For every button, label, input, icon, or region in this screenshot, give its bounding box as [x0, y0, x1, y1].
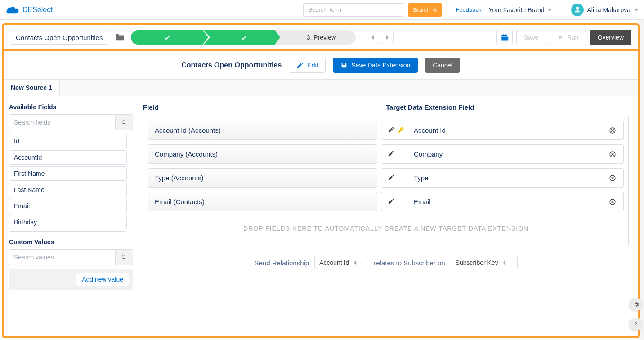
save-icon [340, 62, 348, 69]
search-icon [121, 254, 127, 260]
settings-fab[interactable] [629, 298, 642, 311]
wizard-prev-button[interactable] [367, 31, 379, 44]
field-item[interactable]: Last Name [9, 183, 127, 197]
available-fields-label: Available Fields [9, 103, 133, 111]
search-icon [121, 119, 127, 125]
wizard: 3. Preview [131, 30, 356, 45]
rel-label-left: Send Relationship [254, 259, 309, 267]
relationship-row: Send Relationship Account Id ▲▼ relates … [143, 256, 629, 269]
wizard-step-1[interactable] [131, 30, 203, 45]
selection-name[interactable]: Contacts Open Opportunities [10, 31, 108, 45]
gear-icon [632, 301, 639, 308]
target-field-name: Email [414, 198, 602, 206]
field-item[interactable]: AccountId [9, 150, 127, 165]
title-row: Contacts Open Opportunities Edit Save Da… [4, 51, 638, 80]
chevron-left-icon [371, 35, 375, 40]
edit-icon[interactable] [388, 150, 394, 158]
sidebar: Available Fields IdAccountIdFirst NameLa… [4, 96, 139, 336]
app-frame: Contacts Open Opportunities 3. Preview [2, 23, 640, 338]
edit-button[interactable]: Edit [289, 58, 326, 73]
calendar-icon [501, 33, 509, 41]
mapping-row: Type (Accounts)Type [148, 168, 624, 188]
fields-search-button[interactable] [115, 114, 133, 130]
wizard-step-3[interactable]: 3. Preview [275, 30, 356, 45]
mapping-box[interactable]: Account Id (Accounts)Account IdCompany (… [143, 116, 629, 246]
mapping-row: Account Id (Accounts)Account Id [148, 121, 624, 140]
floating-buttons: ? [629, 298, 642, 331]
cancel-button[interactable]: Cancel [425, 58, 460, 73]
edit-icon [296, 62, 304, 69]
schedule-button[interactable] [496, 30, 513, 45]
check-icon [163, 33, 171, 41]
rel-label-mid: relates to Subscriber on [374, 259, 445, 267]
edit-icon[interactable] [388, 174, 394, 182]
mapping-source[interactable]: Type (Accounts) [148, 168, 377, 188]
rel-select-field[interactable]: Account Id ▲▼ [314, 256, 368, 269]
field-item[interactable]: Birthday [9, 215, 127, 229]
search-icon [432, 7, 438, 13]
brand-selector[interactable]: Your Favorite Brand [489, 6, 559, 13]
mapping-target: Type [381, 168, 624, 188]
page-title: Contacts Open Opportunities [181, 61, 282, 69]
sort-icon: ▲▼ [503, 260, 506, 265]
salesforce-cloud-icon [6, 5, 19, 14]
user-menu[interactable]: Alina Makarova [571, 4, 639, 16]
fields-search-input[interactable] [9, 114, 115, 130]
custom-values-box: Add new value [9, 269, 133, 290]
wizard-nav [367, 31, 394, 44]
field-item[interactable]: Id [9, 134, 127, 148]
sort-icon: ▲▼ [353, 260, 357, 265]
mapping-row: Company (Accounts)Company [148, 144, 624, 164]
chevron-down-icon [634, 8, 639, 12]
col-target-label: Target Data Extension Field [386, 103, 629, 111]
tab-new-source-1[interactable]: New Source 1 [4, 80, 60, 96]
target-field-name: Account Id [414, 126, 602, 134]
values-search-input[interactable] [9, 249, 115, 265]
field-item[interactable]: Title [9, 231, 127, 232]
feedback-link[interactable]: Feedback [456, 6, 481, 13]
mapping-target: Email [381, 192, 624, 211]
save-button: Save [516, 30, 546, 45]
drop-hint: DROP FIELDS HERE TO AUTOMATICALLY CREATE… [148, 225, 624, 232]
remove-button[interactable] [608, 198, 617, 206]
remove-button[interactable] [608, 127, 617, 134]
wizard-next-button[interactable] [381, 31, 394, 44]
remove-button[interactable] [608, 151, 617, 158]
save-de-button[interactable]: Save Data Extension [333, 58, 418, 73]
mapping-row: Email (Contacts)Email [148, 192, 624, 211]
main-area: Field Target Data Extension Field Accoun… [139, 96, 638, 336]
add-value-button[interactable]: Add new value [76, 273, 129, 286]
help-fab[interactable]: ? [629, 318, 642, 331]
target-field-name: Type [414, 174, 602, 182]
search-button[interactable]: Search [408, 3, 442, 17]
mapping-source[interactable]: Email (Contacts) [148, 192, 377, 211]
mapping-source[interactable]: Account Id (Accounts) [148, 121, 377, 140]
brand-title: DESelect [22, 6, 53, 14]
search-input[interactable] [303, 3, 404, 17]
svg-text:?: ? [634, 322, 637, 327]
field-list[interactable]: IdAccountIdFirst NameLast NameEmailBirth… [9, 134, 133, 232]
check-icon [240, 33, 248, 41]
col-field-label: Field [143, 103, 386, 111]
user-icon [574, 6, 581, 13]
rel-select-subscriber[interactable]: Subscriber Key ▲▼ [451, 256, 518, 269]
folder-icon[interactable] [115, 33, 125, 41]
mapping-target: Account Id [381, 121, 624, 140]
overview-button[interactable]: Overview [590, 30, 631, 45]
remove-button[interactable] [608, 174, 617, 182]
field-item[interactable]: Email [9, 199, 127, 213]
frame-toolbar: Contacts Open Opportunities 3. Preview [4, 25, 638, 51]
wizard-step-2[interactable] [203, 30, 275, 45]
user-name: Alina Makarova [587, 6, 631, 13]
play-icon [557, 34, 564, 40]
edit-icon[interactable] [388, 198, 394, 206]
field-item[interactable]: First Name [9, 166, 127, 181]
mapping-source[interactable]: Company (Accounts) [148, 144, 377, 164]
values-search-button[interactable] [115, 249, 133, 265]
custom-values-label: Custom Values [9, 238, 133, 246]
source-tabs: New Source 1 [4, 80, 638, 96]
edit-icon[interactable] [388, 126, 394, 134]
chevron-right-icon [385, 35, 389, 40]
column-headers: Field Target Data Extension Field [143, 103, 629, 111]
avatar [571, 4, 584, 16]
